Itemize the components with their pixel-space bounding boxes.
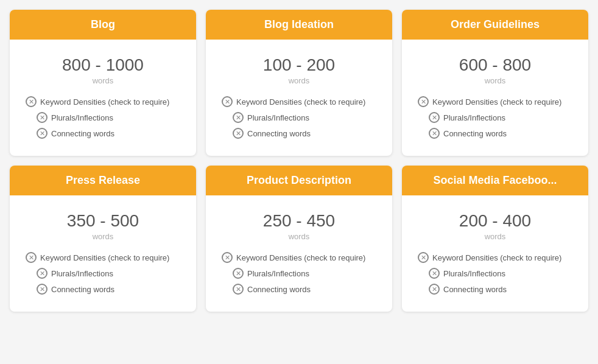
words-label-order-guidelines: words (412, 76, 579, 85)
option-label-blog-1: Plurals/Inflections (51, 113, 113, 122)
option-item-press-release-0[interactable]: ✕Keyword Densities (check to require) (26, 252, 186, 263)
card-body-blog-ideation: 100 - 200words✕Keyword Densities (check … (206, 40, 392, 156)
option-list-blog-ideation: ✕Keyword Densities (check to require)✕Pl… (216, 96, 382, 139)
words-label-social-media-facebook: words (412, 232, 579, 241)
option-label-product-description-0: Keyword Densities (check to require) (236, 253, 365, 262)
x-icon-order-guidelines-2: ✕ (429, 128, 440, 139)
card-body-product-description: 250 - 450words✕Keyword Densities (check … (206, 195, 392, 312)
option-label-blog-0: Keyword Densities (check to require) (40, 97, 169, 107)
x-icon-product-description-1: ✕ (233, 268, 244, 279)
x-icon-blog-0: ✕ (26, 96, 37, 107)
option-label-social-media-facebook-2: Connecting words (443, 285, 507, 294)
x-icon-blog-ideation-2: ✕ (233, 128, 244, 139)
x-icon-social-media-facebook-1: ✕ (429, 268, 440, 279)
x-icon-press-release-2: ✕ (37, 284, 47, 295)
x-icon-blog-ideation-1: ✕ (233, 112, 244, 123)
card-blog: Blog800 - 1000words✕Keyword Densities (c… (10, 10, 196, 156)
option-label-product-description-1: Plurals/Inflections (247, 269, 309, 278)
option-item-blog-ideation-0[interactable]: ✕Keyword Densities (check to require) (222, 96, 382, 107)
option-label-press-release-2: Connecting words (51, 285, 114, 294)
card-title-blog: Blog (10, 10, 196, 40)
option-item-blog-ideation-1[interactable]: ✕Plurals/Inflections (222, 112, 382, 123)
card-title-product-description: Product Description (206, 166, 392, 195)
card-body-blog: 800 - 1000words✕Keyword Densities (check… (10, 40, 196, 156)
card-press-release: Press Release350 - 500words✕Keyword Dens… (10, 166, 196, 312)
card-order-guidelines: Order Guidelines600 - 800words✕Keyword D… (402, 10, 588, 156)
x-icon-product-description-2: ✕ (233, 284, 244, 295)
word-count-press-release: 350 - 500 (19, 211, 186, 231)
x-icon-product-description-0: ✕ (222, 252, 233, 263)
words-label-blog: words (19, 76, 186, 85)
option-label-social-media-facebook-1: Plurals/Inflections (443, 269, 505, 278)
x-icon-blog-1: ✕ (37, 112, 47, 123)
x-icon-order-guidelines-0: ✕ (418, 96, 429, 107)
option-item-order-guidelines-2[interactable]: ✕Connecting words (418, 128, 579, 139)
card-title-blog-ideation: Blog Ideation (206, 10, 392, 40)
option-item-blog-0[interactable]: ✕Keyword Densities (check to require) (26, 96, 186, 107)
option-list-blog: ✕Keyword Densities (check to require)✕Pl… (19, 96, 186, 139)
option-item-social-media-facebook-0[interactable]: ✕Keyword Densities (check to require) (418, 252, 579, 263)
words-label-press-release: words (19, 232, 186, 241)
option-item-order-guidelines-1[interactable]: ✕Plurals/Inflections (418, 112, 579, 123)
x-icon-order-guidelines-1: ✕ (429, 112, 440, 123)
option-item-order-guidelines-0[interactable]: ✕Keyword Densities (check to require) (418, 96, 579, 107)
option-label-blog-2: Connecting words (51, 129, 114, 138)
card-product-description: Product Description250 - 450words✕Keywor… (206, 166, 392, 312)
x-icon-social-media-facebook-2: ✕ (429, 284, 440, 295)
option-list-press-release: ✕Keyword Densities (check to require)✕Pl… (19, 252, 186, 295)
option-item-product-description-1[interactable]: ✕Plurals/Inflections (222, 268, 382, 279)
option-item-blog-2[interactable]: ✕Connecting words (26, 128, 186, 139)
option-item-press-release-1[interactable]: ✕Plurals/Inflections (26, 268, 186, 279)
card-social-media-facebook: Social Media Faceboo...200 - 400words✕Ke… (402, 166, 588, 312)
option-item-blog-1[interactable]: ✕Plurals/Inflections (26, 112, 186, 123)
option-item-press-release-2[interactable]: ✕Connecting words (26, 284, 186, 295)
option-item-product-description-0[interactable]: ✕Keyword Densities (check to require) (222, 252, 382, 263)
x-icon-blog-ideation-0: ✕ (222, 96, 233, 107)
option-label-social-media-facebook-0: Keyword Densities (check to require) (432, 253, 561, 262)
card-grid: Blog800 - 1000words✕Keyword Densities (c… (10, 10, 588, 312)
word-count-product-description: 250 - 450 (216, 211, 382, 231)
x-icon-blog-2: ✕ (37, 128, 47, 139)
option-label-press-release-0: Keyword Densities (check to require) (40, 253, 169, 262)
option-label-blog-ideation-1: Plurals/Inflections (247, 113, 309, 122)
card-blog-ideation: Blog Ideation100 - 200words✕Keyword Dens… (206, 10, 392, 156)
option-item-social-media-facebook-1[interactable]: ✕Plurals/Inflections (418, 268, 579, 279)
x-icon-social-media-facebook-0: ✕ (418, 252, 429, 263)
word-count-social-media-facebook: 200 - 400 (412, 211, 579, 231)
option-label-product-description-2: Connecting words (247, 285, 311, 294)
option-label-blog-ideation-2: Connecting words (247, 129, 311, 138)
option-label-press-release-1: Plurals/Inflections (51, 269, 113, 278)
option-label-order-guidelines-2: Connecting words (443, 129, 507, 138)
option-label-order-guidelines-0: Keyword Densities (check to require) (432, 97, 561, 107)
card-body-press-release: 350 - 500words✕Keyword Densities (check … (10, 195, 196, 312)
words-label-blog-ideation: words (216, 76, 382, 85)
x-icon-press-release-1: ✕ (37, 268, 47, 279)
option-item-product-description-2[interactable]: ✕Connecting words (222, 284, 382, 295)
card-body-social-media-facebook: 200 - 400words✕Keyword Densities (check … (402, 195, 588, 312)
word-count-blog: 800 - 1000 (19, 55, 186, 75)
card-title-order-guidelines: Order Guidelines (402, 10, 588, 40)
option-label-blog-ideation-0: Keyword Densities (check to require) (236, 97, 365, 107)
option-item-blog-ideation-2[interactable]: ✕Connecting words (222, 128, 382, 139)
words-label-product-description: words (216, 232, 382, 241)
word-count-order-guidelines: 600 - 800 (412, 55, 579, 75)
option-list-product-description: ✕Keyword Densities (check to require)✕Pl… (216, 252, 382, 295)
card-title-social-media-facebook: Social Media Faceboo... (402, 166, 588, 195)
option-list-social-media-facebook: ✕Keyword Densities (check to require)✕Pl… (412, 252, 579, 295)
option-list-order-guidelines: ✕Keyword Densities (check to require)✕Pl… (412, 96, 579, 139)
option-label-order-guidelines-1: Plurals/Inflections (443, 113, 505, 122)
option-item-social-media-facebook-2[interactable]: ✕Connecting words (418, 284, 579, 295)
card-title-press-release: Press Release (10, 166, 196, 195)
word-count-blog-ideation: 100 - 200 (216, 55, 382, 75)
x-icon-press-release-0: ✕ (26, 252, 37, 263)
card-body-order-guidelines: 600 - 800words✕Keyword Densities (check … (402, 40, 588, 156)
